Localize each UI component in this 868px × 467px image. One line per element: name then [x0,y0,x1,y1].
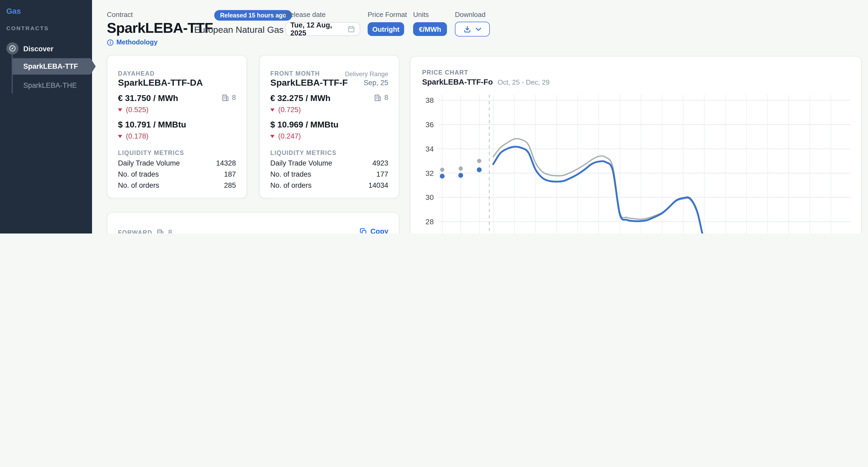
metric-row: No. of orders14034 [270,181,388,189]
delta-value: (0.725) [278,106,301,114]
page-subtitle: European Natural Gas [194,25,283,35]
front-month-eur-delta: (0.725) [270,106,301,114]
sidebar-brand-gas[interactable]: Gas [6,7,21,15]
front-month-source-count: 8 [374,94,388,101]
svg-text:30: 30 [426,193,434,201]
release-date-value: Tue, 12 Aug, 2025 [290,21,347,37]
metric-value: 285 [224,181,236,189]
metric-label: No. of trades [270,170,311,178]
calendar-icon [347,25,355,33]
forward-card: FORWARD 8 Copy SparkLEBA-TTF-Fo SparkLEB… [107,212,399,234]
download-icon [463,25,471,33]
price-format-button[interactable]: Outright [368,22,404,36]
source-count-value: 8 [232,94,236,101]
sidebar-item-sparkleba-the[interactable]: SparkLEBA-THE [13,77,96,94]
release-date-label: Release date [285,10,326,19]
svg-text:32: 32 [426,169,434,178]
front-month-card: FRONT MONTH SparkLEBA-TTF-F Delivery Ran… [259,55,399,198]
building-icon [157,229,164,234]
download-label: Download [455,10,486,19]
sidebar-item-discover[interactable]: Discover [0,42,92,56]
svg-text:38: 38 [426,96,434,104]
sidebar-item-sparkleba-ttf[interactable]: SparkLEBA-TTF [13,58,96,74]
source-count-value: 8 [384,94,388,101]
metric-label: No. of orders [270,181,312,189]
forward-label: FORWARD [118,229,152,234]
contracts-section-label: CONTRACTS [6,25,49,31]
metric-label: No. of orders [118,181,159,189]
metric-row: Daily Trade Volume14328 [118,159,236,167]
triangle-down-icon [270,134,275,138]
metric-value: 14034 [368,181,388,189]
dayahead-label: DAYAHEAD [118,70,155,77]
front-month-label: FRONT MONTH [270,70,320,77]
delta-value: (0.178) [126,132,149,140]
front-month-usd-delta: (0.247) [270,132,301,140]
release-date-input[interactable]: Tue, 12 Aug, 2025 [285,22,360,36]
building-icon [222,94,229,101]
metric-value: 4923 [372,159,388,167]
metric-value: 14328 [216,159,236,167]
liquidity-metrics-label: LIQUIDITY METRICS [270,150,336,156]
dayahead-card: DAYAHEAD SparkLEBA-TTF-DA € 31.750 / MWh… [107,55,247,198]
metric-row: No. of trades187 [118,170,236,178]
copy-icon [360,228,367,234]
dayahead-source-count: 8 [222,94,236,101]
liquidity-metrics-label: LIQUIDITY METRICS [118,150,184,156]
compass-icon [6,42,19,55]
units-label: Units [413,10,429,19]
triangle-down-icon [270,108,275,111]
contract-label: Contract [107,10,133,19]
app-root: Gas CONTRACTS Discover SparkLEBA-TTF Spa… [0,0,868,234]
units-button[interactable]: €/MWh [413,22,447,36]
svg-text:36: 36 [426,121,434,129]
building-icon [374,94,382,101]
metric-row: Daily Trade Volume4923 [270,159,388,167]
metric-value: 177 [376,170,388,178]
triangle-down-icon [118,134,122,138]
metric-value: 187 [224,170,236,178]
metric-label: No. of trades [118,170,159,178]
delta-value: (0.525) [126,106,149,114]
info-icon [107,39,114,46]
front-month-eur-price: € 32.275 / MWh [270,94,331,103]
price-chart: 383634323028262422DABOMSep, 25Oct, 25Jan… [410,57,862,234]
front-month-usd-price: $ 10.969 / MMBtu [270,120,339,130]
delta-value: (0.247) [278,132,301,140]
price-format-label: Price Format [368,10,407,19]
dayahead-usd-delta: (0.178) [118,132,149,140]
front-month-title: SparkLEBA-TTF-F [270,78,348,88]
dayahead-eur-price: € 31.750 / MWh [118,94,178,103]
dayahead-title: SparkLEBA-TTF-DA [118,78,203,88]
copy-label: Copy [371,227,389,234]
methodology-link[interactable]: Methodology [107,39,158,46]
triangle-down-icon [118,108,122,111]
released-badge: Released 15 hours ago [214,10,292,21]
svg-text:34: 34 [426,145,434,153]
delivery-range-value: Sep, 25 [364,79,388,87]
chevron-down-icon [475,27,481,31]
metric-row: No. of trades177 [270,170,388,178]
metric-label: Daily Trade Volume [118,159,180,167]
dayahead-eur-delta: (0.525) [118,106,149,114]
methodology-label: Methodology [116,39,158,46]
sidebar: Gas CONTRACTS Discover SparkLEBA-TTF Spa… [0,0,92,234]
discover-label: Discover [23,45,54,53]
metric-row: No. of orders285 [118,181,236,189]
download-button[interactable] [455,22,490,36]
svg-text:28: 28 [426,218,434,226]
copy-button[interactable]: Copy [360,227,389,234]
price-chart-card: PRICE CHART SparkLEBA-TTF-Fo Oct, 25 - D… [410,56,862,234]
dayahead-usd-price: $ 10.791 / MMBtu [118,120,186,130]
delivery-range-label: Delivery Range [345,70,388,78]
forward-source-count: 8 [168,228,172,234]
metric-label: Daily Trade Volume [270,159,332,167]
